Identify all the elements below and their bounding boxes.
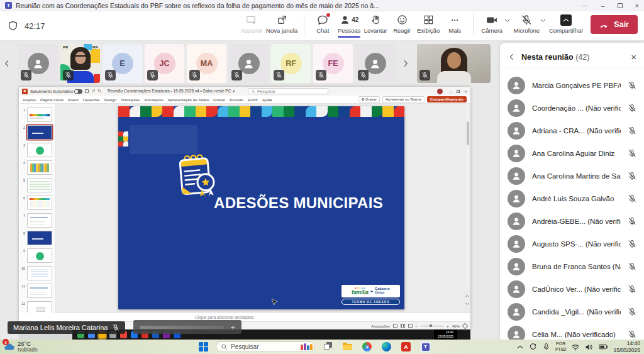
slide-thumbnail[interactable]: 9 xyxy=(19,246,55,264)
participant-video-tile[interactable] xyxy=(355,44,395,83)
participant-row[interactable]: CadÚnico Ver... (Não verificado) xyxy=(500,278,644,301)
participant-row[interactable]: Augusto SPS-... (Não verificado) xyxy=(500,233,644,255)
camera-button[interactable]: Câmera xyxy=(479,12,505,36)
task-view-icon[interactable] xyxy=(323,341,333,352)
participant-row[interactable]: Adriana - CRA... (Não verificado) xyxy=(500,119,644,142)
titlebar-more-button[interactable]: ··· xyxy=(581,2,588,9)
ribbon-tab[interactable]: Design xyxy=(104,97,116,102)
participant-video-tile[interactable]: E xyxy=(103,44,142,83)
apresentar-teams-button[interactable]: Apresentar no Teams xyxy=(382,96,425,102)
slide-thumbnail[interactable]: 1 xyxy=(19,106,55,123)
battery-icon[interactable] xyxy=(599,342,608,351)
nova-janela-button[interactable]: Nova janela xyxy=(265,12,299,36)
ribbon-tab[interactable]: Animações xyxy=(144,97,164,102)
participant-row[interactable]: Bruna de Franca Santos (Não ... xyxy=(500,255,644,278)
slide-sorter-icon[interactable] xyxy=(401,324,405,328)
chat-button[interactable]: Chat xyxy=(309,12,336,36)
ribbon-tab[interactable]: Desenhar xyxy=(83,97,100,102)
ppt-minimize-button[interactable]: – xyxy=(450,89,452,94)
participant-video-tile[interactable] xyxy=(229,44,269,83)
pessoas-button[interactable]: 42 Pessoas xyxy=(336,12,362,40)
minimize-button[interactable]: – xyxy=(601,2,604,9)
slide-thumbnail[interactable]: 8 xyxy=(19,229,55,246)
slide-thumbnail[interactable]: 6 xyxy=(19,194,55,211)
participant-video-tile[interactable]: FE xyxy=(313,44,353,83)
wifi-icon[interactable] xyxy=(571,343,580,351)
ribbon-tab[interactable]: Inserir xyxy=(68,97,79,102)
ribbon-tab[interactable]: Apresentação de Slides xyxy=(168,97,209,102)
ppt-maximize-button[interactable] xyxy=(457,90,460,93)
microphone-button[interactable]: Microfone xyxy=(512,12,541,36)
language-switcher[interactable]: PORPTB2 xyxy=(555,341,567,351)
participant-row[interactable]: Ana Carolina Aguiar Diniz xyxy=(500,142,644,165)
edge-icon[interactable] xyxy=(381,341,392,352)
account-avatar[interactable] xyxy=(437,89,443,94)
undo-icon[interactable]: ↺ xyxy=(91,89,95,94)
participant-row[interactable]: Candida _Vigil... (Não verificado) xyxy=(500,301,644,323)
close-panel-icon[interactable]: × xyxy=(631,52,636,62)
tray-chevron-up-icon[interactable] xyxy=(516,343,524,351)
start-button[interactable] xyxy=(199,342,208,351)
participant-video-tile[interactable]: RF xyxy=(271,44,311,83)
tray-mic-icon[interactable] xyxy=(542,343,550,351)
participant-row[interactable]: Andréia-GEBE... (Não verificado) xyxy=(500,210,644,233)
participant-video-tile[interactable]: JC xyxy=(145,44,184,83)
reagir-button[interactable]: Reagir xyxy=(389,12,415,36)
participant-video-tile[interactable]: MA xyxy=(187,44,226,83)
filmstrip-prev-button[interactable] xyxy=(0,53,14,74)
zoom-percentage[interactable]: 46% xyxy=(452,324,460,328)
compartilhar-button[interactable]: Compartilhar xyxy=(548,12,584,36)
sair-button[interactable]: Sair xyxy=(591,15,638,34)
slide-thumbnail[interactable]: 5 xyxy=(19,176,55,194)
participant-video-tile[interactable]: PRMA xyxy=(60,44,100,83)
slide-thumbnail[interactable]: 2 xyxy=(19,123,55,141)
vertical-scrollbar[interactable] xyxy=(467,106,469,286)
participant-row[interactable]: Marcia Gonçalves PE PBF/CAD... xyxy=(500,74,644,97)
participant-row[interactable]: Coordenação ... (Não verificado) xyxy=(500,97,644,119)
filmstrip-next-button[interactable] xyxy=(399,53,413,74)
save-icon[interactable] xyxy=(85,89,89,93)
ribbon-tab[interactable]: Revisão xyxy=(230,97,243,102)
maximize-button[interactable] xyxy=(618,3,623,8)
pinned-video-tile[interactable] xyxy=(417,44,491,83)
ribbon-tab[interactable]: Página Inicial xyxy=(40,97,64,102)
weather-widget[interactable]: 8 26°CNublado xyxy=(0,341,38,353)
back-icon[interactable] xyxy=(508,53,516,61)
ribbon-tab[interactable]: Transições xyxy=(121,97,140,102)
slide-thumbnail[interactable]: 10 xyxy=(19,264,55,282)
previous-slide-icon[interactable] xyxy=(465,294,470,299)
next-slide-icon[interactable] xyxy=(465,301,470,306)
slide-thumbnail[interactable]: 7 xyxy=(19,211,55,229)
reading-view-icon[interactable] xyxy=(408,324,413,328)
gravar-button[interactable]: Gravar xyxy=(358,96,380,102)
levantar-button[interactable]: Levantar xyxy=(362,12,389,36)
taskbar-clock[interactable]: 14:4015/05/2025 xyxy=(613,340,640,353)
mais-button[interactable]: ··· Mais xyxy=(441,12,468,36)
ribbon-tab[interactable]: Arquivo xyxy=(23,97,36,102)
ppt-search-box[interactable]: Pesquisar xyxy=(248,88,328,94)
chrome-icon[interactable] xyxy=(362,341,372,352)
normal-view-icon[interactable] xyxy=(393,324,397,328)
zoom-in-button[interactable]: + xyxy=(447,324,449,328)
zoom-slider[interactable] xyxy=(421,326,443,326)
volume-icon[interactable] xyxy=(585,343,594,351)
participant-row[interactable]: André Luis Souza Galvão xyxy=(500,187,644,210)
scrollbar-thumb[interactable] xyxy=(467,121,469,145)
redo-icon[interactable]: ↻ xyxy=(97,89,101,94)
quick-access-toolbar[interactable]: ↺↻ xyxy=(85,89,101,94)
close-button[interactable]: × xyxy=(635,2,639,9)
ribbon-tab[interactable]: Gravar xyxy=(213,97,225,102)
exibicao-button[interactable]: Exibição xyxy=(415,12,441,36)
participant-video-tile[interactable] xyxy=(18,44,58,83)
anotacoes-button[interactable]: Anotações xyxy=(371,324,389,328)
zoom-out-button[interactable]: – xyxy=(416,324,418,328)
teams-icon[interactable]: T xyxy=(420,341,431,352)
ribbon-tab[interactable]: Ajuda xyxy=(262,97,272,102)
participant-row[interactable]: Célia M... (Não verificado) xyxy=(500,323,644,340)
file-explorer-icon[interactable] xyxy=(342,341,353,352)
slide-thumbnail[interactable]: 12 xyxy=(19,299,55,313)
assumir-button[interactable]: Assumir xyxy=(238,12,265,36)
ribbon-tab[interactable]: Exibir xyxy=(248,97,257,102)
sync-icon[interactable] xyxy=(529,343,537,351)
participant-row[interactable]: Ana Carolina Martins de Santa... xyxy=(500,165,644,187)
